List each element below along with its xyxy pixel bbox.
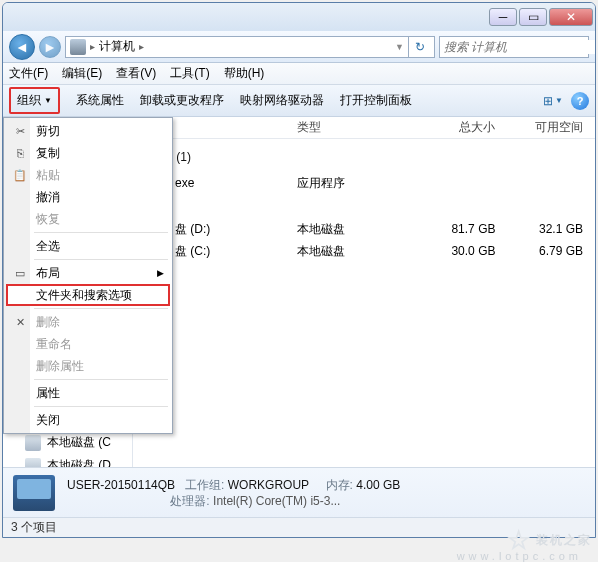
memory-value: 4.00 GB — [356, 478, 400, 492]
cell-name: 盘 (D:) — [175, 221, 210, 238]
minimize-button[interactable]: ─ — [489, 8, 517, 26]
dd-rename: 重命名 — [6, 333, 170, 355]
dd-layout[interactable]: ▭布局▶ — [6, 262, 170, 284]
separator — [34, 259, 168, 260]
close-button[interactable]: ✕ — [549, 8, 593, 26]
breadcrumb-text[interactable]: 计算机 — [99, 38, 135, 55]
col-header-size[interactable]: 总大小 — [419, 119, 511, 136]
cut-icon: ✂ — [12, 123, 28, 139]
item-count: 3 个项目 — [11, 519, 57, 536]
forward-button[interactable]: ► — [39, 36, 61, 58]
toolbar-system-properties[interactable]: 系统属性 — [76, 92, 124, 109]
breadcrumb[interactable]: ▸ 计算机 ▸ ▼ ↻ — [65, 36, 435, 58]
cell-type: 应用程序 — [297, 175, 419, 192]
maximize-button[interactable]: ▭ — [519, 8, 547, 26]
cpu-value: Intel(R) Core(TM) i5-3... — [213, 494, 340, 508]
view-mode-button[interactable]: ⊞ ▼ — [543, 94, 563, 108]
dropdown-icon[interactable]: ▼ — [395, 42, 404, 52]
copy-icon: ⎘ — [12, 145, 28, 161]
group-header[interactable]: 置 (1) — [133, 143, 595, 172]
organize-button[interactable]: 组织 ▼ — [9, 87, 60, 114]
menu-tools[interactable]: 工具(T) — [170, 65, 209, 82]
menu-help[interactable]: 帮助(H) — [224, 65, 265, 82]
cell-free: 32.1 GB — [511, 222, 595, 236]
titlebar: ─ ▭ ✕ — [3, 3, 595, 31]
cell-size: 81.7 GB — [419, 222, 511, 236]
organize-dropdown: ✂剪切 ⎘复制 📋粘贴 撤消 恢复 全选 ▭布局▶ 文件夹和搜索选项 ✕删除 重… — [3, 117, 173, 434]
details-pane: USER-20150114QB 工作组: WORKGROUP 内存: 4.00 … — [3, 467, 595, 517]
chevron-icon[interactable]: ▸ — [139, 41, 144, 52]
menu-file[interactable]: 文件(F) — [9, 65, 48, 82]
cell-name: exe — [175, 176, 194, 190]
dd-remove-props: 删除属性 — [6, 355, 170, 377]
status-bar: 3 个项目 — [3, 517, 595, 537]
sidebar-label: 本地磁盘 (D — [47, 457, 111, 467]
toolbar-control-panel[interactable]: 打开控制面板 — [340, 92, 412, 109]
dd-folder-options[interactable]: 文件夹和搜索选项 — [6, 284, 170, 306]
list-row[interactable]: exe 应用程序 — [133, 172, 595, 194]
workgroup-label: 工作组: — [185, 478, 224, 492]
disk-icon — [25, 458, 41, 468]
chevron-right-icon: ▶ — [157, 268, 164, 278]
dd-cut[interactable]: ✂剪切 — [6, 120, 170, 142]
watermark-url: www.lotpc.com — [457, 550, 582, 562]
navigation-bar: ◄ ► ▸ 计算机 ▸ ▼ ↻ 🔍 — [3, 31, 595, 63]
disk-icon — [25, 435, 41, 451]
computer-icon — [13, 475, 55, 511]
sidebar-label: 本地磁盘 (C — [47, 434, 111, 451]
dd-properties[interactable]: 属性 — [6, 382, 170, 404]
chevron-icon: ▸ — [90, 41, 95, 52]
dd-paste: 📋粘贴 — [6, 164, 170, 186]
refresh-button[interactable]: ↻ — [408, 36, 430, 58]
dd-select-all[interactable]: 全选 — [6, 235, 170, 257]
search-input[interactable] — [444, 40, 595, 54]
menu-bar: 文件(F) 编辑(E) 查看(V) 工具(T) 帮助(H) — [3, 63, 595, 85]
chevron-down-icon: ▼ — [44, 96, 52, 105]
column-headers: 名称 类型 总大小 可用空间 — [133, 117, 595, 139]
col-header-free[interactable]: 可用空间 — [511, 119, 595, 136]
details-name: USER-20150114QB — [67, 478, 175, 492]
paste-icon: 📋 — [12, 167, 28, 183]
file-list: 名称 类型 总大小 可用空间 置 (1) exe 应用程序 盘 (D:) 本地磁… — [133, 117, 595, 467]
separator — [34, 232, 168, 233]
cell-size: 30.0 GB — [419, 244, 511, 258]
col-header-type[interactable]: 类型 — [297, 119, 419, 136]
help-button[interactable]: ? — [571, 92, 589, 110]
sidebar-item-disk-d[interactable]: 本地磁盘 (D — [3, 454, 132, 467]
chevron-down-icon: ▼ — [555, 96, 563, 105]
memory-label: 内存: — [326, 478, 353, 492]
search-box[interactable]: 🔍 — [439, 36, 589, 58]
toolbar-uninstall[interactable]: 卸载或更改程序 — [140, 92, 224, 109]
menu-view[interactable]: 查看(V) — [116, 65, 156, 82]
layout-icon: ▭ — [12, 265, 28, 281]
view-icon: ⊞ — [543, 94, 553, 108]
delete-icon: ✕ — [12, 314, 28, 330]
toolbar: 组织 ▼ 系统属性 卸载或更改程序 映射网络驱动器 打开控制面板 ⊞ ▼ ? — [3, 85, 595, 117]
separator — [34, 308, 168, 309]
computer-icon — [70, 39, 86, 55]
cell-type: 本地磁盘 — [297, 243, 419, 260]
cell-name: 盘 (C:) — [175, 243, 210, 260]
organize-label: 组织 — [17, 92, 41, 109]
dd-copy[interactable]: ⎘复制 — [6, 142, 170, 164]
separator — [34, 379, 168, 380]
workgroup-value: WORKGROUP — [228, 478, 309, 492]
back-button[interactable]: ◄ — [9, 34, 35, 60]
cpu-label: 处理器: — [170, 494, 209, 508]
list-row[interactable]: 盘 (C:) 本地磁盘 30.0 GB 6.79 GB — [133, 240, 595, 262]
dd-close[interactable]: 关闭 — [6, 409, 170, 431]
cell-type: 本地磁盘 — [297, 221, 419, 238]
dd-undo[interactable]: 撤消 — [6, 186, 170, 208]
dd-redo: 恢复 — [6, 208, 170, 230]
list-row[interactable]: 盘 (D:) 本地磁盘 81.7 GB 32.1 GB — [133, 218, 595, 240]
toolbar-map-drive[interactable]: 映射网络驱动器 — [240, 92, 324, 109]
menu-edit[interactable]: 编辑(E) — [62, 65, 102, 82]
cell-free: 6.79 GB — [511, 244, 595, 258]
dd-delete: ✕删除 — [6, 311, 170, 333]
sidebar-item-disk-c[interactable]: 本地磁盘 (C — [3, 431, 132, 454]
separator — [34, 406, 168, 407]
